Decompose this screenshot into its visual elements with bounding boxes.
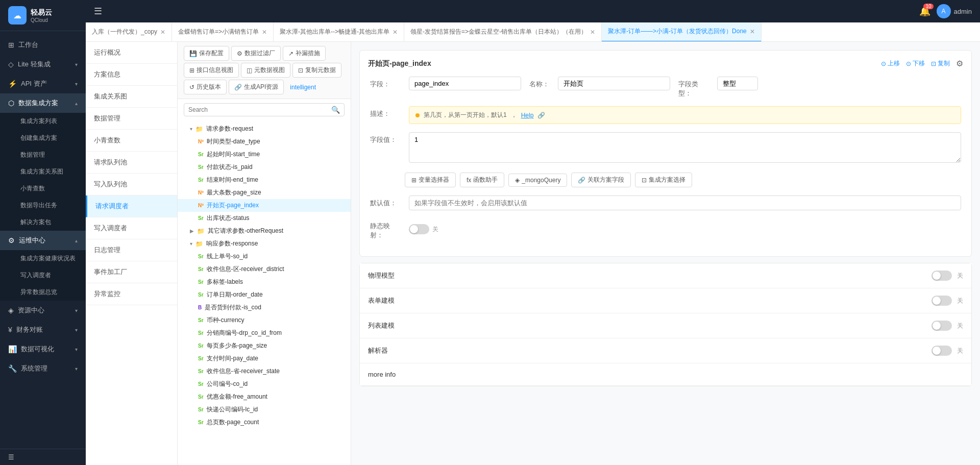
tree-item-other-req[interactable]: ▶ 📁 其它请求参数-otherRequest <box>178 225 351 237</box>
tree-item-page-size-resp[interactable]: Sr 每页多少条-page_size <box>178 339 351 352</box>
sidebar-item-write-dispatch[interactable]: 写入调度者 <box>0 267 86 284</box>
settings-icon[interactable]: ⚙ <box>956 59 963 68</box>
left-panel-exception[interactable]: 异常监控 <box>86 283 177 305</box>
list-build-track[interactable] <box>932 321 952 331</box>
tab-close-1[interactable]: ✕ <box>160 29 165 35</box>
tree-item-end-time[interactable]: Sr 结束时间-end_time <box>178 174 351 186</box>
supplement-button[interactable]: ↗ 补漏措施 <box>283 46 326 61</box>
tree-item-start-time[interactable]: Sr 起始时间-start_time <box>178 148 351 161</box>
notification-button[interactable]: 🔔 10 <box>919 6 930 17</box>
tree-item-order-date[interactable]: Sr 订单日期-order_date <box>178 288 351 301</box>
tree-item-is-paid[interactable]: Sr 付款状态-is_paid <box>178 161 351 174</box>
sidebar-item-workspace[interactable]: ⊞ 工作台 <box>0 35 86 55</box>
left-panel-plan-info[interactable]: 方案信息 <box>86 64 177 86</box>
gen-api-button[interactable]: 🔗 生成API资源 <box>229 80 284 94</box>
down-action[interactable]: ⊙ 下移 <box>906 59 925 68</box>
tree-item-page-count[interactable]: Sr 总页数-page_count <box>178 416 351 429</box>
parser-track[interactable] <box>932 346 952 356</box>
sidebar-item-plan-list[interactable]: 集成方案列表 <box>0 113 86 130</box>
tree-item-lc-id[interactable]: Sr 快递公司编码-lc_id <box>178 403 351 416</box>
func-helper-button[interactable]: fx 函数助手 <box>460 173 504 187</box>
tree-item-request[interactable]: ▾ 📁 请求参数-request <box>178 123 351 135</box>
list-build-toggle[interactable]: 关 <box>932 321 963 331</box>
physical-model-track[interactable] <box>932 271 952 281</box>
tab-close-2[interactable]: ✕ <box>262 29 267 35</box>
menu-icon[interactable]: ☰ <box>94 6 102 17</box>
tree-item-date-type[interactable]: Nº 时间类型-date_type <box>178 135 351 148</box>
tab-item-5[interactable]: 聚水潭-订单——>小满-订单（发货状态回传）Done ✕ <box>602 22 762 42</box>
tree-item-so-id[interactable]: Sr 线上单号-so_id <box>178 250 351 263</box>
field-type-select[interactable]: 整型 字符串 布尔 数组 对象 <box>717 77 758 90</box>
var-selector-button[interactable]: ⊞ 变量选择器 <box>405 173 456 187</box>
tree-item-currency[interactable]: Sr 币种-currency <box>178 314 351 327</box>
static-map-track[interactable] <box>409 224 429 234</box>
sidebar-item-lite[interactable]: ◇ Lite 轻集成 ▾ <box>0 55 86 74</box>
up-action[interactable]: ⊙ 上移 <box>881 59 900 68</box>
left-panel-qingcha[interactable]: 小青查数 <box>86 130 177 152</box>
data-filter-button[interactable]: ⚙ 数据过滤厂 <box>231 46 281 61</box>
tree-item-receiver-state[interactable]: Sr 收件信息-省-receiver_state <box>178 365 351 378</box>
tab-item-1[interactable]: 入库（一件代发）_copy ✕ <box>86 22 172 42</box>
physical-model-toggle[interactable]: 关 <box>932 271 963 281</box>
plan-select-button[interactable]: ⊡ 集成方案选择 <box>635 173 692 187</box>
tree-item-free-amount[interactable]: Sr 优惠金额-free_amount <box>178 390 351 403</box>
left-panel-data-mgmt[interactable]: 数据管理 <box>86 108 177 130</box>
sidebar-item-qingcha[interactable]: 小青查数 <box>0 180 86 197</box>
tree-item-status[interactable]: Sr 出库状态-status <box>178 212 351 225</box>
sidebar-item-export[interactable]: 数据导出任务 <box>0 197 86 214</box>
field-display-name-input[interactable] <box>558 77 670 90</box>
tab-item-3[interactable]: 聚水潭-其他出库单-->畅捷通-其他出库单 ✕ <box>274 22 404 42</box>
sidebar-item-create-plan[interactable]: 创建集成方案 <box>0 130 86 146</box>
left-panel-req-dispatch[interactable]: 请求调度者 <box>86 195 177 217</box>
history-button[interactable]: ↺ 历史版本 <box>184 80 227 94</box>
left-panel-relation[interactable]: 集成关系图 <box>86 86 177 108</box>
sidebar-item-resources[interactable]: ◈ 资源中心 ▾ <box>0 301 86 320</box>
tree-item-page-index[interactable]: Nº 开始页-page_index <box>178 199 351 212</box>
tab-close-3[interactable]: ✕ <box>393 29 398 35</box>
sidebar-item-anomaly[interactable]: 异常数据总览 <box>0 284 86 301</box>
tab-close-5[interactable]: ✕ <box>750 29 755 35</box>
tab-close-4[interactable]: ✕ <box>590 29 595 35</box>
default-value-input[interactable] <box>409 195 961 210</box>
left-panel-write-dispatch[interactable]: 写入调度者 <box>86 217 177 239</box>
field-name-input[interactable] <box>409 77 521 90</box>
left-panel-event[interactable]: 事件加工厂 <box>86 261 177 283</box>
left-panel-overview[interactable]: 运行概况 <box>86 42 177 64</box>
tree-item-pay-date[interactable]: Sr 支付时间-pay_date <box>178 352 351 365</box>
sidebar-item-finance[interactable]: ¥ 财务对账 ▾ <box>0 320 86 339</box>
sidebar-item-solution[interactable]: 解决方案包 <box>0 214 86 231</box>
copy-meta-button[interactable]: ⊡ 复制元数据 <box>292 63 341 78</box>
interface-map-button[interactable]: ⊞ 接口信息视图 <box>184 63 239 78</box>
search-input[interactable] <box>188 106 331 113</box>
sidebar-item-health[interactable]: 集成方案健康状况表 <box>0 250 86 267</box>
field-value-textarea[interactable]: 1 <box>409 132 961 163</box>
sidebar-collapse-icon[interactable]: ☰ <box>8 453 14 461</box>
sidebar-item-sysadmin[interactable]: 🔧 系统管理 ▾ <box>0 359 86 378</box>
meta-view-button[interactable]: ◫ 元数据视图 <box>241 63 290 78</box>
left-panel-req-pool[interactable]: 请求队列池 <box>86 152 177 174</box>
tree-item-response[interactable]: ▾ 📁 响应参数-response <box>178 237 351 250</box>
tree-item-is-cod[interactable]: B 是否货到付款-is_cod <box>178 301 351 314</box>
tree-item-co-id[interactable]: Sr 公司编号-co_id <box>178 378 351 390</box>
left-panel-write-pool[interactable]: 写入队列池 <box>86 174 177 195</box>
sidebar-item-ops[interactable]: ⚙ 运维中心 ▴ <box>0 231 86 250</box>
form-build-toggle[interactable]: 关 <box>932 296 963 306</box>
tab-item-4[interactable]: 领星-发货结算报告=>金蝶云星空-销售出库单（日本站）（在用） ✕ <box>404 22 602 42</box>
save-config-button[interactable]: 💾 保存配置 <box>184 46 229 61</box>
tree-item-receiver-district[interactable]: Sr 收件信息-区-receiver_district <box>178 263 351 276</box>
sidebar-item-plan-relation[interactable]: 集成方案关系图 <box>0 163 86 180</box>
related-field-button[interactable]: 🔗 关联方案字段 <box>571 173 631 187</box>
mongo-query-button[interactable]: ◈ _mongoQuery <box>508 174 567 187</box>
tree-item-drp-co-id[interactable]: Sr 分销商编号-drp_co_id_from <box>178 327 351 339</box>
tree-item-labels[interactable]: Sr 多标签-labels <box>178 276 351 288</box>
sidebar-item-api[interactable]: ⚡ API 资产 ▾ <box>0 74 86 93</box>
sidebar-item-data-mgmt[interactable]: 数据管理 <box>0 146 86 163</box>
form-build-track[interactable] <box>932 296 952 306</box>
desc-help-link[interactable]: Help <box>521 112 534 119</box>
intelligent-button[interactable]: intelligent <box>286 81 320 93</box>
user-info[interactable]: A admin <box>937 4 972 18</box>
parser-toggle[interactable]: 关 <box>932 346 963 356</box>
sidebar-item-data-integration[interactable]: ⬡ 数据集成方案 ▴ <box>0 93 86 113</box>
sidebar-item-dataviz[interactable]: 📊 数据可视化 ▾ <box>0 339 86 359</box>
tab-item-2[interactable]: 金蝶销售订单=>小满销售订单 ✕ <box>172 22 274 42</box>
